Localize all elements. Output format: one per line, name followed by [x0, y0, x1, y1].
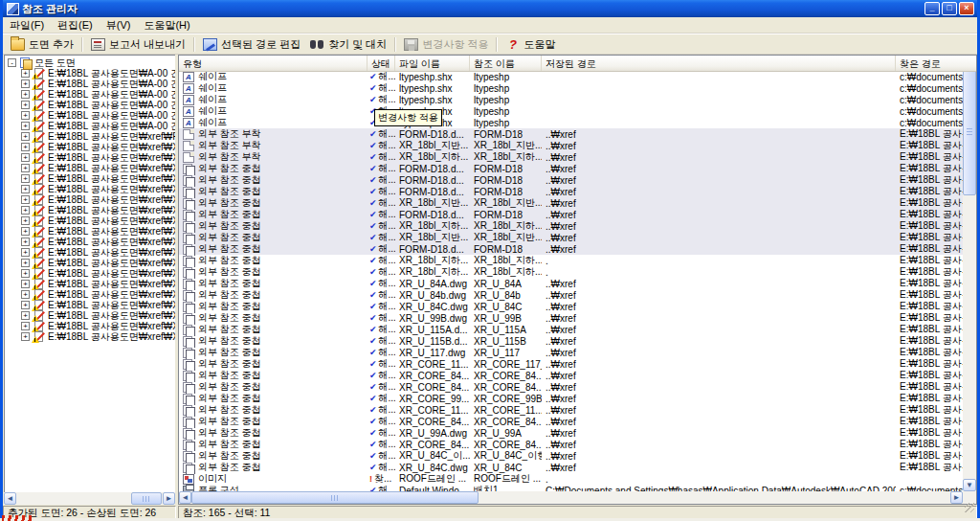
expand-icon[interactable]: +	[21, 195, 30, 204]
binoculars-icon	[310, 38, 324, 51]
scroll-down-icon[interactable]: ▼	[963, 479, 976, 491]
menu-view[interactable]: 뷰(V)	[100, 18, 138, 33]
menubar: 파일(F) 편집(E) 뷰(V) 도움말(H)	[3, 17, 977, 34]
desktop-red-fragment	[2, 515, 34, 521]
scroll-thumb[interactable]	[131, 492, 162, 505]
column-header-found-path[interactable]: 찾은 경로	[896, 56, 964, 71]
minimize-button[interactable]: _	[924, 2, 940, 15]
column-header-status[interactable]: 상태	[368, 56, 395, 71]
overlay-icon	[183, 233, 194, 243]
found-path: c:₩documents an	[896, 72, 963, 82]
tree-horizontal-scrollbar[interactable]: ◄ ►	[4, 492, 175, 505]
list-vertical-scrollbar[interactable]: ▲ ▼	[963, 56, 976, 491]
add-drawing-label: 도면 추가	[29, 37, 74, 52]
expand-icon[interactable]: +	[21, 111, 30, 120]
tree-item-label: E:₩18BL 공사용도면₩xref₩XR_U	[48, 330, 176, 344]
expand-icon[interactable]: +	[21, 216, 30, 225]
expand-icon[interactable]: +	[21, 101, 30, 109]
saved-path: ..₩xref	[542, 348, 896, 358]
image-icon	[183, 474, 194, 485]
file-name: XR_U_99A.dwg	[395, 428, 470, 439]
saved-path: ..₩xref	[542, 463, 896, 473]
ref-name: XR_18bl_지하...	[470, 265, 542, 279]
column-header-type[interactable]: 유형	[179, 56, 368, 71]
expand-icon[interactable]: +	[21, 164, 30, 172]
file-name: FORM-D18.d...	[395, 187, 470, 197]
expand-icon[interactable]: +	[21, 185, 30, 193]
scroll-thumb[interactable]	[963, 69, 976, 195]
overlay-icon	[183, 325, 194, 335]
window-title: 참조 관리자	[22, 2, 923, 16]
expand-icon[interactable]: +	[21, 69, 30, 78]
scroll-left-icon[interactable]: ◄	[4, 492, 16, 505]
collapse-icon[interactable]: -	[8, 58, 16, 67]
expand-icon[interactable]: +	[21, 79, 30, 88]
shape-icon	[183, 95, 194, 105]
expand-icon[interactable]: +	[21, 238, 30, 246]
scroll-left-icon[interactable]: ◄	[179, 491, 191, 504]
expand-icon[interactable]: +	[21, 269, 30, 278]
scroll-thumb[interactable]	[191, 491, 479, 504]
expand-icon[interactable]: +	[21, 322, 30, 330]
export-report-button[interactable]: 보고서 내보내기	[86, 35, 190, 54]
file-name: FORM-D18.d...	[395, 164, 470, 174]
column-header-filename[interactable]: 파일 이름	[395, 56, 470, 71]
status-icon: ✔	[369, 267, 377, 277]
overlay-icon	[183, 394, 194, 404]
expand-icon[interactable]: +	[21, 259, 30, 267]
saved-path: ..₩xref	[542, 371, 896, 381]
toolbar-separator	[193, 37, 195, 52]
ref-name: XR_CORE_11...	[470, 405, 542, 416]
expand-icon[interactable]: +	[21, 332, 30, 341]
expand-icon[interactable]: +	[21, 311, 30, 320]
expand-icon[interactable]: +	[21, 290, 30, 299]
damaged-drawing-icon	[33, 68, 45, 79]
scroll-right-icon[interactable]: ►	[950, 491, 963, 504]
column-header-saved-path[interactable]: 저장된 경로	[542, 56, 896, 71]
expand-icon[interactable]: +	[21, 153, 30, 162]
overlay-icon	[183, 221, 194, 232]
ref-name: FORM-D18	[470, 244, 542, 255]
edit-selected-paths-button[interactable]: 선택된 경로 편집	[198, 35, 305, 54]
open-folder-icon	[11, 38, 25, 51]
expand-icon[interactable]: +	[21, 206, 30, 215]
found-path: c:₩documents an	[896, 118, 963, 128]
damaged-drawing-icon	[33, 258, 45, 268]
expand-icon[interactable]: +	[21, 122, 30, 130]
damaged-drawing-icon	[33, 79, 45, 89]
ref-name: ltypeshp	[470, 83, 542, 94]
menu-edit[interactable]: 편집(E)	[51, 18, 100, 33]
expand-icon[interactable]: +	[21, 174, 30, 183]
expand-icon[interactable]: +	[21, 90, 30, 99]
menu-file[interactable]: 파일(F)	[3, 18, 51, 33]
find-replace-button[interactable]: 찾기 및 대치	[305, 35, 391, 54]
file-name: XR_U_115A.d...	[395, 325, 470, 335]
scroll-track[interactable]	[16, 492, 163, 505]
maximize-button[interactable]: □	[942, 2, 957, 15]
file-name: XR_U_115B.d...	[395, 336, 470, 347]
damaged-drawing-icon	[33, 289, 45, 300]
overlay-icon	[183, 463, 194, 473]
expand-icon[interactable]: +	[21, 132, 30, 141]
file-name: FORM-D18.d...	[395, 129, 470, 140]
expand-icon[interactable]: +	[21, 227, 30, 236]
list-row[interactable]: 플롯 구성✔해...Default Windo...배치1C:₩Document…	[179, 485, 963, 491]
close-button[interactable]: ×	[959, 2, 974, 15]
help-button[interactable]: ? 도움말	[501, 35, 560, 54]
expand-icon[interactable]: +	[21, 301, 30, 309]
expand-icon[interactable]: +	[21, 280, 30, 288]
expand-icon[interactable]: +	[21, 143, 30, 151]
overlay-icon	[183, 440, 194, 450]
menu-help[interactable]: 도움말(H)	[137, 18, 196, 33]
status-icon: ✔	[369, 175, 377, 185]
scroll-track[interactable]	[191, 491, 950, 504]
tree-item[interactable]: +E:₩18BL 공사용도면₩xref₩XR_U	[21, 331, 176, 342]
expand-icon[interactable]: +	[21, 248, 30, 257]
list-horizontal-scrollbar[interactable]: ◄ ►	[179, 491, 963, 504]
add-drawing-button[interactable]: 도면 추가	[6, 35, 78, 54]
saved-path: ..₩xref	[542, 382, 896, 393]
scroll-right-icon[interactable]: ►	[163, 492, 175, 505]
resize-grip[interactable]	[965, 503, 974, 512]
saved-path: ..₩xref	[542, 187, 896, 197]
column-header-refname[interactable]: 참조 이름	[470, 56, 542, 71]
